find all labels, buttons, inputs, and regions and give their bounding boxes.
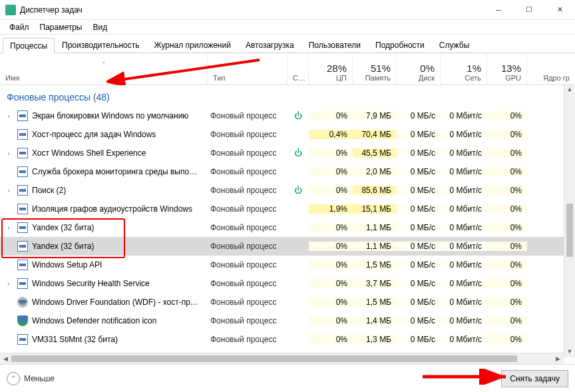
column-headers: ⌄ Имя Тип С… 28% ЦП 51% Память 0% Диск 1…	[0, 53, 575, 85]
column-name[interactable]: ⌄ Имя	[0, 53, 208, 85]
window-title: Диспетчер задач	[20, 5, 483, 15]
process-network: 0 Мбит/с	[441, 297, 487, 307]
fewer-details-button[interactable]: ⌃ Меньше	[7, 372, 55, 385]
minimize-button[interactable]: ─	[483, 0, 514, 20]
process-row[interactable]: ›Поиск (2)Фоновый процесс⏻0%85,6 МБ0 МБ/…	[0, 181, 575, 200]
process-disk: 0 МБ/с	[397, 223, 441, 232]
tab-startup[interactable]: Автозагрузка	[238, 37, 301, 53]
tab-processes[interactable]: Процессы	[3, 38, 55, 53]
process-icon	[17, 334, 28, 345]
column-gpu[interactable]: 13% GPU	[487, 53, 527, 85]
tab-services[interactable]: Службы	[432, 37, 477, 53]
process-icon	[17, 297, 28, 307]
process-network: 0 Мбит/с	[441, 167, 487, 176]
process-gpu: 0%	[487, 335, 527, 344]
process-cpu: 0%	[309, 279, 353, 288]
tab-performance[interactable]: Производительность	[55, 37, 146, 53]
menu-view[interactable]: Вид	[87, 21, 112, 33]
scroll-left-icon[interactable]: ◀	[0, 353, 11, 365]
process-disk: 0 МБ/с	[397, 279, 441, 288]
menu-options[interactable]: Параметры	[35, 21, 88, 33]
scroll-up-icon[interactable]: ▲	[564, 84, 575, 95]
process-network: 0 Мбит/с	[441, 186, 487, 195]
process-type: Фоновый процесс	[208, 335, 288, 344]
process-network: 0 Мбит/с	[441, 111, 487, 120]
process-type: Фоновый процесс	[208, 242, 288, 251]
column-memory[interactable]: 51% Память	[353, 53, 397, 85]
expand-icon[interactable]: ›	[4, 112, 13, 120]
scroll-thumb-h[interactable]	[11, 355, 517, 362]
group-background-processes[interactable]: Фоновые процессы (48)	[0, 85, 575, 106]
process-row[interactable]: ›Хост Windows Shell ExperienceФоновый пр…	[0, 144, 575, 162]
process-cpu: 0%	[309, 297, 353, 307]
process-row[interactable]: Windows Setup APIФоновый процесс0%1,5 МБ…	[0, 256, 575, 274]
process-icon	[17, 166, 28, 177]
tab-users[interactable]: Пользователи	[301, 37, 368, 53]
scroll-right-icon[interactable]: ▶	[552, 353, 564, 365]
process-list: Фоновые процессы (48) ›Экран блокировки …	[0, 85, 575, 359]
process-row[interactable]: Служба брокера мониторинга среды выпо…Фо…	[0, 162, 575, 181]
expand-icon[interactable]: ›	[4, 280, 13, 288]
menu-file[interactable]: Файл	[4, 21, 35, 33]
process-icon	[17, 148, 28, 158]
process-row[interactable]: VM331 StiMnt (32 бита)Фоновый процесс0%1…	[0, 330, 575, 349]
expand-icon[interactable]: ›	[4, 224, 13, 232]
menubar: Файл Параметры Вид	[0, 20, 575, 35]
process-type: Фоновый процесс	[208, 186, 288, 195]
process-type: Фоновый процесс	[208, 316, 288, 325]
process-icon	[17, 129, 28, 140]
close-button[interactable]: ✕	[544, 0, 575, 20]
expand-icon[interactable]: ›	[4, 150, 13, 157]
process-row[interactable]: ›Windows Security Health ServiceФоновый …	[0, 274, 575, 293]
process-icon	[17, 315, 28, 326]
process-cpu: 0%	[309, 167, 353, 176]
maximize-button[interactable]: ☐	[514, 0, 544, 20]
process-memory: 3,7 МБ	[353, 279, 397, 288]
column-status[interactable]: С…	[288, 53, 309, 85]
column-disk[interactable]: 0% Диск	[397, 53, 441, 85]
process-name: Windows Defender notification icon	[32, 316, 156, 325]
process-gpu: 0%	[487, 186, 527, 195]
process-memory: 1,3 МБ	[353, 335, 397, 344]
window-controls: ─ ☐ ✕	[483, 0, 575, 20]
process-row[interactable]: Windows Driver Foundation (WDF) - хост-п…	[0, 293, 575, 311]
process-type: Фоновый процесс	[208, 204, 288, 214]
column-cpu[interactable]: 28% ЦП	[309, 53, 353, 85]
process-cpu: 0%	[309, 242, 353, 251]
vertical-scrollbar[interactable]: ▲ ▼	[564, 84, 575, 357]
process-network: 0 Мбит/с	[441, 242, 487, 251]
process-network: 0 Мбит/с	[441, 260, 487, 270]
process-memory: 1,1 МБ	[353, 242, 397, 251]
process-memory: 1,4 МБ	[353, 316, 397, 325]
horizontal-scrollbar[interactable]: ◀ ▶	[0, 353, 564, 364]
process-network: 0 Мбит/с	[441, 316, 487, 325]
process-disk: 0 МБ/с	[397, 148, 441, 158]
expand-icon[interactable]: ›	[4, 187, 13, 194]
process-status: ⏻	[288, 186, 309, 195]
process-row[interactable]: ›Yandex (32 бита)Фоновый процесс0%1,1 МБ…	[0, 218, 575, 237]
process-memory: 85,6 МБ	[353, 186, 397, 195]
tab-details[interactable]: Подробности	[368, 37, 432, 53]
process-gpu: 0%	[487, 242, 527, 251]
process-memory: 1,5 МБ	[353, 260, 397, 270]
process-row[interactable]: Хост-процесс для задач WindowsФоновый пр…	[0, 125, 575, 144]
process-row[interactable]: ›Экран блокировки Windows по умолчаниюФо…	[0, 106, 575, 125]
column-type[interactable]: Тип	[208, 53, 288, 85]
end-task-button[interactable]: Снять задачу	[501, 370, 568, 387]
tab-app-history[interactable]: Журнал приложений	[147, 37, 238, 53]
process-row[interactable]: Yandex (32 бита)Фоновый процесс0%1,1 МБ0…	[0, 237, 575, 256]
process-row[interactable]: Изоляция графов аудиоустройств WindowsФо…	[0, 200, 575, 218]
scroll-thumb-v[interactable]	[566, 204, 573, 257]
process-disk: 0 МБ/с	[397, 111, 441, 120]
process-name: Windows Security Health Service	[32, 279, 150, 288]
column-network[interactable]: 1% Сеть	[441, 53, 487, 85]
tabs: Процессы Производительность Журнал прило…	[0, 35, 575, 53]
process-icon	[17, 222, 28, 233]
process-name: Windows Setup API	[32, 260, 102, 270]
process-row[interactable]: Windows Defender notification iconФоновы…	[0, 311, 575, 330]
process-status: ⏻	[288, 111, 309, 120]
column-gpu-engine[interactable]: Ядро гр	[527, 53, 575, 85]
process-icon	[17, 278, 28, 289]
scroll-down-icon[interactable]: ▼	[564, 346, 575, 357]
process-gpu: 0%	[487, 148, 527, 158]
